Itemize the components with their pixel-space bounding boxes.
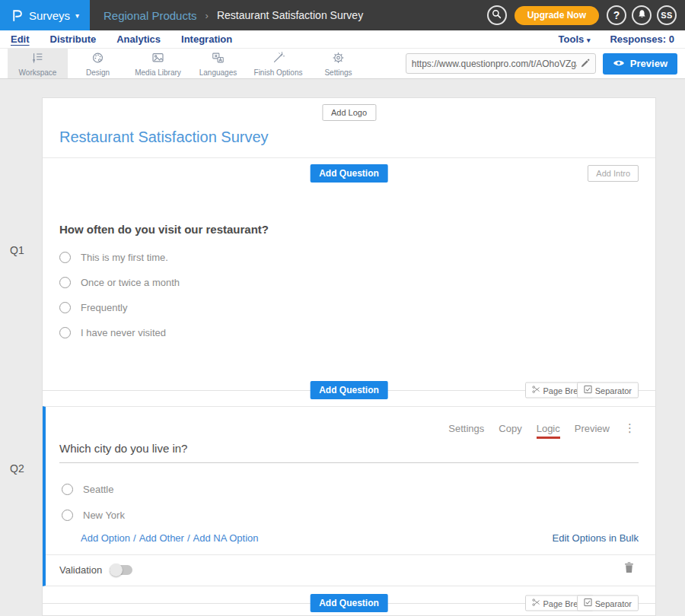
q2-option-row: Seattle — [62, 484, 113, 495]
breadcrumb-current: Restaurant Satisfaction Survey — [217, 9, 363, 21]
breadcrumb-folder-link[interactable]: Regional Products — [104, 9, 197, 22]
add-na-option-link[interactable]: Add NA Option — [193, 532, 259, 544]
question-2-text[interactable]: Which city do you live in? — [59, 442, 639, 463]
q1-label: Q1 — [10, 244, 24, 256]
option-label[interactable]: Frequently — [81, 302, 127, 313]
tool-finish-options[interactable]: Finish Options — [248, 49, 308, 78]
question-mark-icon: ? — [613, 9, 620, 21]
add-option-link[interactable]: Add Option — [81, 532, 130, 544]
survey-url-input[interactable] — [412, 59, 577, 69]
checkbox-icon — [584, 599, 592, 608]
add-other-link[interactable]: Add Other — [139, 532, 184, 544]
chevron-down-icon: ▾ — [75, 11, 79, 20]
wand-icon — [271, 51, 285, 68]
divider — [46, 554, 655, 555]
search-icon — [492, 8, 502, 22]
add-question-button[interactable]: Add Question — [310, 594, 388, 612]
upgrade-now-button[interactable]: Upgrade Now — [515, 6, 599, 25]
add-question-row-middle: Add Question Page Break — [43, 375, 655, 405]
q1-option-row: Frequently — [59, 302, 655, 313]
question-copy-button[interactable]: Copy — [499, 423, 521, 434]
tool-languages[interactable]: Languages — [188, 49, 248, 78]
breadcrumb-separator: › — [206, 10, 209, 21]
scissors-icon — [532, 599, 540, 608]
option-label[interactable]: Seattle — [83, 484, 113, 495]
workspace-icon — [30, 51, 45, 68]
tab-integration[interactable]: Integration — [181, 33, 232, 45]
translate-icon — [211, 51, 225, 68]
breadcrumb: Regional Products › Restaurant Satisfact… — [104, 9, 363, 22]
help-button[interactable]: ? — [607, 5, 626, 25]
nav-right: Tools ▾ Responses: 0 — [559, 33, 674, 45]
add-question-row-bottom: Add Question Page Break — [43, 588, 655, 616]
option-label[interactable]: This is my first time. — [81, 252, 168, 263]
radio-button[interactable] — [59, 277, 71, 288]
tool-design[interactable]: Design — [68, 49, 128, 78]
question-settings-button[interactable]: Settings — [448, 423, 484, 434]
survey-header-section: Add Logo Restaurant Satisfaction Survey — [43, 98, 655, 158]
add-question-button[interactable]: Add Question — [310, 164, 388, 183]
tab-analytics[interactable]: Analytics — [116, 33, 161, 45]
tools-menu[interactable]: Tools ▾ — [559, 33, 591, 45]
toolbar-right: Preview — [406, 49, 685, 78]
checkbox-icon — [584, 386, 592, 395]
add-logo-button[interactable]: Add Logo — [322, 104, 376, 121]
radio-button[interactable] — [59, 302, 71, 313]
tab-edit[interactable]: Edit — [11, 33, 30, 45]
chevron-down-icon: ▾ — [587, 37, 591, 44]
kebab-menu-icon[interactable]: ⋮ — [624, 421, 636, 435]
survey-url-field[interactable] — [406, 53, 596, 74]
option-label[interactable]: Once or twice a month — [81, 277, 180, 288]
questionpro-logo-icon — [11, 8, 24, 23]
tool-media-library[interactable]: Media Library — [128, 49, 188, 78]
separator-button[interactable]: Separator — [577, 595, 639, 611]
radio-button[interactable] — [59, 327, 71, 338]
radio-button[interactable] — [62, 484, 73, 495]
add-question-button[interactable]: Add Question — [310, 381, 388, 399]
add-intro-button[interactable]: Add Intro — [588, 165, 639, 182]
question-2-block: Settings Copy Logic Preview ⋮ Which city… — [43, 406, 655, 586]
palette-icon — [91, 51, 105, 68]
notifications-button[interactable] — [632, 5, 652, 25]
responses-count[interactable]: Responses: 0 — [610, 33, 674, 45]
link-separator: / — [187, 532, 190, 544]
tab-distribute[interactable]: Distribute — [50, 33, 97, 45]
q2-option-row: New York — [62, 510, 125, 521]
radio-button[interactable] — [62, 510, 73, 521]
edit-options-in-bulk-link[interactable]: Edit Options in Bulk — [553, 532, 639, 544]
product-label: Surveys — [29, 9, 70, 22]
radio-button[interactable] — [59, 252, 71, 263]
edit-url-pencil-icon[interactable] — [580, 59, 590, 68]
survey-nav: Edit Distribute Analytics Integration To… — [0, 30, 685, 48]
option-label[interactable]: New York — [83, 510, 125, 521]
q1-option-row: This is my first time. — [59, 252, 655, 263]
question-logic-button[interactable]: Logic — [537, 423, 560, 439]
question-1-text[interactable]: How often do you visit our restaurant? — [43, 189, 655, 236]
link-separator: / — [133, 532, 136, 544]
preview-button[interactable]: Preview — [603, 53, 677, 75]
tool-workspace[interactable]: Workspace — [8, 49, 68, 78]
survey-title[interactable]: Restaurant Satisfaction Survey — [59, 129, 269, 146]
validation-toggle[interactable] — [110, 565, 132, 575]
gear-icon — [331, 51, 346, 68]
tool-settings[interactable]: Settings — [308, 49, 368, 78]
header-actions: Upgrade Now ? SS — [487, 5, 685, 25]
surveys-product-menu[interactable]: Surveys ▾ — [0, 0, 90, 30]
search-button[interactable] — [487, 5, 507, 25]
question-actions: Settings Copy Logic Preview ⋮ — [448, 421, 636, 435]
trash-icon — [624, 561, 634, 573]
validation-row: Validation — [59, 564, 132, 576]
add-question-row-top: Add Question Add Intro — [43, 158, 655, 189]
option-label[interactable]: I have never visited — [81, 327, 166, 338]
separator-button[interactable]: Separator — [577, 383, 639, 398]
avatar[interactable]: SS — [657, 5, 677, 25]
q1-option-row: I have never visited — [59, 327, 655, 338]
image-icon — [151, 51, 165, 68]
question-1-block: How often do you visit our restaurant? T… — [43, 189, 655, 375]
toggle-knob — [110, 564, 123, 576]
question-preview-button[interactable]: Preview — [575, 423, 610, 434]
q2-label: Q2 — [10, 462, 24, 475]
delete-question-button[interactable] — [624, 561, 634, 573]
editor-toolbar: Workspace Design Media Library — [0, 48, 685, 79]
bell-icon — [637, 8, 647, 22]
